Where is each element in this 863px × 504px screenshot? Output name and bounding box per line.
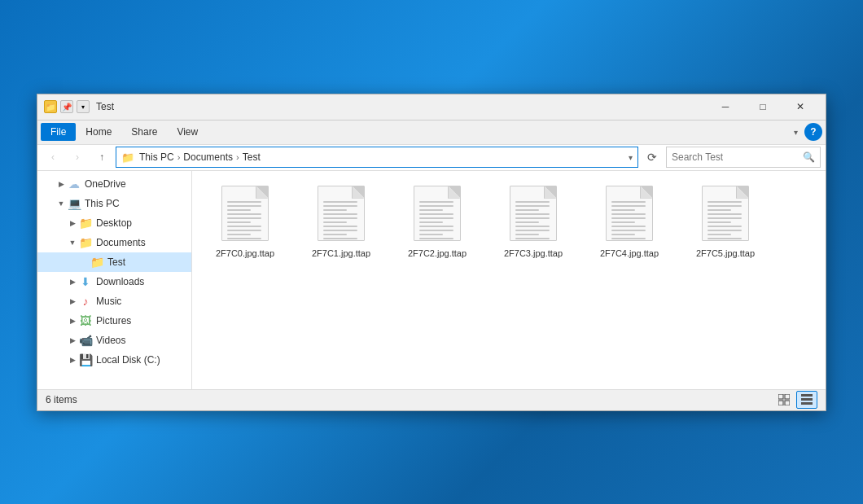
localdisk-icon: 💾	[78, 353, 93, 367]
sidebar-item-music[interactable]: ▶ ♪ Music	[37, 291, 191, 311]
file-line	[611, 221, 635, 223]
file-item[interactable]: 2F7C5.jpg.ttap	[681, 179, 770, 264]
expand-icon: ▶	[67, 219, 78, 227]
file-line	[515, 230, 550, 231]
path-documents[interactable]: Documents	[183, 151, 233, 163]
file-line	[707, 205, 742, 207]
file-line	[611, 205, 646, 207]
refresh-button[interactable]: ⟳	[642, 147, 663, 168]
file-line	[707, 209, 731, 211]
file-line	[419, 217, 453, 219]
thispc-icon: 💻	[67, 196, 81, 211]
expand-icon: ▼	[67, 239, 78, 247]
file-item[interactable]: 2F7C2.jpg.ttap	[392, 179, 482, 264]
search-input[interactable]	[672, 151, 799, 163]
sidebar-item-videos[interactable]: ▶ 📹 Videos	[37, 331, 191, 350]
file-name: 2F7C0.jpg.ttap	[216, 248, 274, 259]
help-button[interactable]: ?	[804, 123, 822, 141]
svg-rect-1	[785, 394, 790, 399]
file-lines	[515, 201, 550, 239]
file-line	[611, 238, 646, 239]
sidebar-item-onedrive[interactable]: ▶ ☁ OneDrive	[37, 174, 191, 194]
file-line	[419, 205, 453, 207]
file-explorer-window: 📁 📌 ▾ Test ─ □ ✕ File Home Share View ▾ …	[37, 94, 826, 411]
menu-file[interactable]: File	[41, 123, 76, 141]
file-icon-graphic	[699, 184, 751, 243]
sidebar-item-documents[interactable]: ▼ 📁 Documents	[37, 233, 191, 252]
file-line	[227, 205, 261, 207]
file-line	[707, 226, 742, 227]
file-line	[515, 217, 550, 219]
menu-share[interactable]: Share	[121, 123, 167, 141]
file-icon-graphic	[219, 184, 271, 243]
file-page	[606, 186, 653, 241]
sidebar-item-test[interactable]: 📁 Test	[37, 252, 191, 272]
file-item[interactable]: 2F7C4.jpg.ttap	[585, 179, 674, 264]
status-bar: 6 items	[37, 389, 826, 410]
menu-home[interactable]: Home	[76, 123, 121, 141]
file-item[interactable]: 2F7C3.jpg.ttap	[488, 179, 578, 264]
file-line	[323, 221, 347, 223]
file-line	[419, 230, 453, 231]
file-line	[419, 201, 453, 203]
menu-chevron[interactable]: ▾	[787, 125, 804, 140]
expand-icon: ▶	[67, 297, 78, 305]
file-item[interactable]: 2F7C0.jpg.ttap	[200, 179, 290, 264]
svg-rect-3	[785, 401, 790, 405]
sidebar-item-downloads[interactable]: ▶ ⬇ Downloads	[37, 272, 191, 291]
dropdown-icon[interactable]: ▾	[77, 100, 90, 113]
file-line	[419, 221, 443, 223]
file-line	[419, 238, 453, 239]
file-page	[414, 186, 461, 241]
maximize-button[interactable]: □	[744, 94, 782, 120]
menu-view[interactable]: View	[167, 123, 208, 141]
path-test[interactable]: Test	[243, 151, 261, 163]
sidebar-label-test: Test	[107, 256, 125, 268]
file-line	[323, 217, 357, 219]
sidebar-label-music: Music	[96, 296, 121, 307]
file-line	[707, 201, 742, 203]
file-line	[227, 238, 261, 239]
file-item[interactable]: 2F7C1.jpg.ttap	[296, 179, 386, 264]
desktop-icon: 📁	[78, 216, 93, 230]
svg-rect-2	[778, 401, 783, 405]
file-page	[221, 186, 269, 241]
path-sep-2: ›	[236, 152, 239, 162]
expand-icon: ▶	[67, 317, 78, 325]
file-line	[419, 226, 453, 227]
address-bar: ‹ › ↑ 📁 This PC › Documents › Test ▾ ⟳ 🔍	[37, 145, 826, 171]
file-line	[515, 226, 550, 227]
file-line	[227, 226, 261, 227]
file-line	[323, 226, 357, 227]
file-name: 2F7C3.jpg.ttap	[504, 248, 563, 259]
music-icon: ♪	[78, 294, 93, 309]
file-line	[707, 217, 742, 219]
file-line	[323, 238, 357, 239]
file-line	[611, 230, 646, 231]
view-buttons	[773, 391, 817, 409]
sidebar-item-localdisk[interactable]: ▶ 💾 Local Disk (C:)	[37, 350, 191, 370]
title-bar: 📁 📌 ▾ Test ─ □ ✕	[37, 94, 826, 121]
up-button[interactable]: ↑	[91, 147, 112, 168]
sidebar-item-pictures[interactable]: ▶ 🖼 Pictures	[37, 311, 191, 331]
path-this-pc[interactable]: This PC	[139, 151, 174, 163]
grid-view-button[interactable]	[773, 391, 795, 409]
list-view-button[interactable]	[796, 391, 817, 409]
minimize-button[interactable]: ─	[707, 94, 744, 120]
address-path[interactable]: 📁 This PC › Documents › Test ▾	[116, 147, 638, 168]
back-button[interactable]: ‹	[42, 147, 64, 168]
forward-button[interactable]: ›	[67, 147, 88, 168]
sidebar-item-thispc[interactable]: ▼ 💻 This PC	[37, 194, 191, 213]
sidebar-item-desktop[interactable]: ▶ 📁 Desktop	[37, 213, 191, 233]
expand-icon: ▶	[55, 180, 67, 188]
file-line	[515, 238, 550, 239]
search-icon[interactable]: 🔍	[803, 151, 815, 163]
file-page	[510, 186, 557, 241]
file-lines	[707, 201, 742, 239]
path-dropdown-icon[interactable]: ▾	[629, 153, 633, 162]
close-button[interactable]: ✕	[782, 94, 819, 120]
file-icon-graphic	[315, 184, 367, 243]
sidebar-label-downloads: Downloads	[96, 276, 144, 287]
file-name: 2F7C2.jpg.ttap	[408, 248, 467, 259]
file-line	[227, 217, 261, 219]
